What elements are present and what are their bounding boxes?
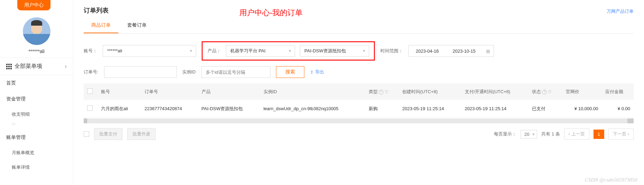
cell-account: 六月的雨在ali — [98, 100, 141, 118]
user-center-tab[interactable]: 用户中心 — [17, 0, 50, 10]
filter-row-2: 订单号: 实例ID 搜索 ⇧ 导出 — [84, 66, 634, 78]
sidebar-item-home[interactable]: 首页 — [0, 75, 73, 91]
main-content: 订单列表 用户中心-我的订单 万网产品订单 商品订单 套餐订单 账号： ****… — [73, 0, 644, 185]
export-icon: ⇧ — [310, 70, 314, 75]
all-menu-header[interactable]: 全部菜单项 › — [0, 58, 73, 75]
cell-product: PAI-DSW资源抵扣包 — [198, 100, 260, 118]
footer-select-all-checkbox[interactable] — [84, 131, 89, 137]
search-button[interactable]: 搜索 — [276, 66, 304, 78]
col-order-no: 订单号 — [141, 83, 198, 100]
wanwang-orders-link[interactable]: 万网产品订单 — [607, 8, 634, 15]
sidebar-item-fund[interactable]: 资金管理 — [0, 91, 73, 107]
cell-create-time: 2023-05-19 11:25:14 — [399, 100, 461, 118]
cell-official-price: ¥ 10,000.00 — [562, 100, 602, 118]
avatar[interactable] — [23, 17, 50, 45]
order-no-label: 订单号: — [84, 69, 99, 75]
product-value: 机器学习平台 PAI — [230, 48, 266, 53]
watermark: CSDN @csdn565973850 — [585, 177, 637, 183]
help-icon[interactable]: ? — [542, 90, 547, 95]
batch-pay-button[interactable]: 批量支付 — [94, 128, 122, 140]
product-select[interactable]: 机器学习平台 PAI — [226, 45, 295, 57]
date-end: 2023-10-15 — [446, 49, 483, 54]
date-start: 2023-04-16 — [409, 49, 446, 54]
row-checkbox[interactable] — [87, 105, 93, 111]
date-range-picker[interactable]: 2023-04-16 2023-10-15 ▦ — [408, 45, 494, 57]
sidebar: 用户中心 ******ali 全部菜单项 › 首页 资金管理 收支明细 ﹀ 账单… — [0, 0, 73, 185]
tab-product-orders[interactable]: 商品订单 — [84, 18, 118, 33]
subproduct-select[interactable]: PAI-DSW资源抵扣包 — [300, 45, 369, 57]
filter-icon[interactable]: ▽ — [548, 89, 551, 94]
cell-order-no: 223677743420874 — [141, 100, 198, 118]
time-range-label: 时间范围： — [380, 48, 403, 54]
next-page-button[interactable]: 下一页 › — [608, 129, 634, 140]
export-label: 导出 — [315, 69, 324, 75]
chevron-right-icon: › — [65, 63, 67, 70]
order-no-input[interactable] — [104, 66, 177, 78]
sidebar-sub-income[interactable]: 收支明细 — [0, 107, 73, 122]
instance-id-input[interactable] — [201, 66, 270, 78]
orders-table: 账号 订单号 产品 实例ID 类型?▽ 创建时间(UTC+8) 支付/开通时间(… — [84, 83, 634, 118]
horizontal-scrollbar[interactable] — [84, 118, 634, 123]
page-title: 订单列表 — [84, 6, 109, 15]
per-page-label: 每页显示： — [494, 131, 516, 137]
account-value: ******ali — [107, 48, 122, 53]
prev-page-button[interactable]: ‹ 上一页 — [564, 129, 589, 140]
filter-icon[interactable]: ▽ — [385, 89, 388, 94]
filter-row-1: 账号： ******ali 产品： 机器学习平台 PAI PAI-DSW资源抵扣… — [84, 41, 634, 61]
account-select[interactable]: ******ali — [103, 45, 196, 57]
username: ******ali — [0, 49, 73, 54]
sidebar-sub-detail[interactable]: 账单详情 — [0, 160, 73, 175]
col-payable: 应付金额 — [602, 83, 634, 100]
export-link[interactable]: ⇧ 导出 — [310, 69, 324, 75]
batch-void-button[interactable]: 批量作废 — [127, 128, 156, 140]
col-type[interactable]: 类型?▽ — [365, 83, 399, 100]
footer-row: 批量支付 批量作废 每页显示： 20 共有 1 条 ‹ 上一页 1 下一页 › — [84, 123, 634, 145]
grid-icon — [6, 64, 12, 69]
product-highlight-box: 产品： 机器学习平台 PAI PAI-DSW资源抵扣包 — [202, 41, 375, 61]
table-row: 六月的雨在ali 223677743420874 PAI-DSW资源抵扣包 le… — [84, 100, 634, 118]
chevron-down-icon[interactable]: ﹀ — [0, 122, 73, 130]
pagination: 每页显示： 20 共有 1 条 ‹ 上一页 1 下一页 › — [494, 129, 634, 140]
product-label: 产品： — [208, 48, 221, 54]
select-all-checkbox[interactable] — [87, 88, 93, 94]
cell-pay-time: 2023-05-19 11:25:14 — [461, 100, 529, 118]
total-count: 共有 1 条 — [541, 131, 560, 137]
page-size-select[interactable]: 20 — [521, 130, 537, 139]
all-menu-label: 全部菜单项 — [15, 63, 42, 69]
col-account: 账号 — [98, 83, 141, 100]
col-pay-time: 支付/开通时间(UTC+8) — [461, 83, 529, 100]
cell-type: 新购 — [365, 100, 399, 118]
subproduct-value: PAI-DSW资源抵扣包 — [304, 48, 346, 53]
col-status[interactable]: 状态?▽ — [528, 83, 562, 100]
help-icon[interactable]: ? — [379, 90, 384, 95]
col-create-time: 创建时间(UTC+8) — [399, 83, 461, 100]
annotation-text: 用户中心-我的订单 — [239, 8, 303, 18]
tabs: 商品订单 套餐订单 — [84, 18, 634, 34]
cell-instance: learn_dswUdr_dp_cn-9lb382nq10005 — [260, 100, 365, 118]
page-number-current[interactable]: 1 — [594, 130, 604, 139]
account-label: 账号： — [84, 48, 97, 54]
sidebar-sub-month[interactable]: 月账单概览 — [0, 146, 73, 160]
col-instance: 实例ID — [260, 83, 365, 100]
tab-package-orders[interactable]: 套餐订单 — [120, 18, 154, 33]
calendar-icon: ▦ — [482, 49, 494, 54]
col-official-price: 官网价 — [562, 83, 602, 100]
col-product: 产品 — [198, 83, 260, 100]
instance-label: 实例ID — [182, 69, 196, 75]
cell-payable: ¥ 0.00 — [602, 100, 634, 118]
avatar-block: ******ali — [0, 10, 73, 58]
sidebar-item-bill[interactable]: 账单管理 — [0, 130, 73, 146]
cell-status: 已支付 — [528, 100, 562, 118]
